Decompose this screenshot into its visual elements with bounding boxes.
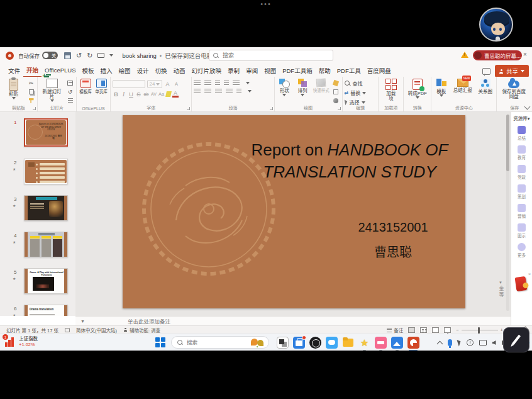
tab-template[interactable]: 模板 — [79, 64, 97, 77]
replace-button[interactable]: ⇄替换 — [345, 89, 377, 96]
template-library-button[interactable]: 模板库 — [79, 79, 92, 104]
arrange-button[interactable]: 排列 — [294, 79, 311, 104]
addins-button[interactable]: 加载项 — [380, 79, 401, 104]
reset-button[interactable]: ↺ — [66, 89, 74, 96]
tab-insert[interactable]: 插入 — [97, 64, 116, 77]
sidebar-item-diagram[interactable]: 图示 — [511, 223, 532, 239]
tab-slideshow[interactable]: 幻灯片放映 — [189, 64, 225, 77]
current-slide[interactable]: Report on HANDBOOK OF TRANSLATION STUDY … — [123, 115, 465, 308]
slide-2-thumbnail[interactable] — [24, 159, 68, 184]
smartart-convert-button[interactable] — [248, 90, 252, 93]
relation-diagram-button[interactable]: 关系图 — [476, 79, 494, 104]
paragraph-dialog-launcher-icon[interactable] — [270, 107, 273, 110]
summary-report-button[interactable]: 总结汇报 — [451, 79, 474, 104]
slide-1-thumbnail[interactable]: Report on HANDBOOK OF TRANSLATION STUDY … — [24, 118, 68, 147]
font-color-button[interactable]: A — [172, 91, 179, 98]
notes-placeholder[interactable]: 单击此处添加备注 — [128, 317, 170, 325]
tab-baidu-netdisk[interactable]: 百度网盘 — [364, 64, 394, 77]
annotation-tool-overlay[interactable] — [503, 327, 529, 352]
share-button[interactable]: 共享 — [495, 65, 529, 77]
comments-icon[interactable] — [482, 68, 490, 75]
columns-button[interactable] — [236, 89, 241, 94]
font-dialog-launcher-icon[interactable] — [187, 107, 190, 110]
blue-app-icon[interactable] — [391, 337, 403, 349]
grow-font-button[interactable]: A — [164, 81, 171, 87]
shrink-font-button[interactable]: A — [173, 81, 180, 87]
powerpoint-taskbar-icon[interactable] — [407, 337, 419, 349]
speaker-tray-icon[interactable] — [492, 340, 496, 345]
participant-avatar[interactable] — [479, 8, 513, 42]
strikethrough-button[interactable]: ab — [143, 92, 150, 96]
font-name-box[interactable] — [113, 80, 145, 88]
shadow-button[interactable]: S — [135, 91, 142, 98]
start-button[interactable] — [155, 337, 166, 348]
sidebar-item-education[interactable]: 教育 — [511, 145, 532, 160]
sidebar-item-planning[interactable]: 策划 — [511, 184, 532, 200]
clock-tray-icon[interactable] — [467, 339, 474, 346]
text-direction-button[interactable] — [246, 82, 250, 84]
align-right-button[interactable] — [215, 89, 222, 94]
quick-styles-button[interactable]: 快速样式 — [313, 79, 330, 104]
side-vertical-tag[interactable]: ▼金等 — [497, 281, 504, 298]
microsoft-store-icon[interactable] — [293, 337, 305, 349]
save-icon[interactable] — [64, 52, 71, 59]
tab-record[interactable]: 录制 — [224, 64, 243, 77]
task-view-button[interactable] — [277, 337, 289, 349]
find-button[interactable]: 查找 — [345, 80, 377, 87]
numbering-button[interactable] — [204, 81, 211, 86]
tab-file[interactable]: 文件 — [5, 64, 23, 77]
red-packet-icon[interactable] — [515, 276, 528, 291]
layout-button[interactable] — [66, 80, 74, 87]
meeting-menu-dots[interactable]: ••• — [0, 0, 532, 8]
slide-title[interactable]: Report on HANDBOOK OF TRANSLATION STUDY — [239, 139, 460, 183]
slide-5-thumbnail[interactable]: Game: A Play with International Function… — [24, 268, 68, 294]
shape-effects-button[interactable] — [332, 97, 340, 104]
bold-button[interactable]: B — [113, 91, 119, 98]
align-center-button[interactable] — [204, 89, 211, 94]
search-input[interactable] — [221, 52, 329, 59]
notes-toggle-button[interactable]: 备注 — [387, 327, 403, 334]
tab-view[interactable]: 视图 — [261, 64, 279, 77]
align-left-button[interactable] — [194, 89, 201, 94]
microphone-tray-icon[interactable] — [448, 339, 452, 346]
display-settings-icon[interactable] — [65, 328, 70, 332]
page-library-button[interactable]: 单页库 — [94, 79, 108, 104]
decrease-indent-button[interactable] — [215, 81, 220, 86]
sidebar-item-summary[interactable]: 总结 — [511, 126, 532, 141]
shape-outline-button[interactable] — [332, 89, 340, 96]
office-search-box[interactable] — [209, 50, 333, 61]
chat-app-icon[interactable] — [326, 337, 338, 349]
drawing-dialog-launcher-icon[interactable] — [338, 107, 341, 110]
taskbar-search-box[interactable] — [171, 336, 269, 349]
shapes-button[interactable]: 形状 — [277, 79, 293, 104]
zoom-slider-thumb[interactable] — [478, 327, 480, 334]
resource-sidebar-header[interactable]: 资源库▾ — [511, 115, 532, 121]
sidebar-item-party[interactable]: 党政 — [511, 165, 532, 180]
tab-pdf-toolbox[interactable]: PDF工具箱 — [279, 64, 316, 77]
redpacket-close-icon[interactable]: × — [528, 272, 531, 276]
sidebar-item-marketing[interactable]: 营销 — [511, 204, 532, 219]
notes-pane[interactable]: ▼ 单击此处添加备注 — [75, 316, 511, 325]
pen-cursor-tray-icon[interactable] — [457, 339, 462, 346]
section-button[interactable] — [66, 97, 74, 104]
language-status[interactable]: 简体中文(中国大陆) — [76, 327, 117, 334]
clipboard-dialog-launcher-icon[interactable] — [33, 107, 36, 110]
undo-icon[interactable]: ↺ — [76, 52, 82, 60]
normal-view-button[interactable] — [408, 327, 415, 333]
canvas-scrollbar[interactable] — [506, 115, 509, 311]
char-spacing-button[interactable]: AV — [150, 92, 157, 96]
pink-app-icon[interactable] — [375, 337, 387, 349]
notes-collapse-icon[interactable]: ▼ — [80, 319, 85, 323]
autosave-toggle[interactable]: 关 — [42, 52, 58, 59]
format-painter-button[interactable] — [27, 97, 35, 104]
hidden-icons-chevron[interactable] — [436, 340, 443, 347]
tab-draw[interactable]: 绘图 — [116, 64, 134, 77]
tab-animations[interactable]: 动画 — [170, 64, 189, 77]
justify-button[interactable] — [226, 89, 233, 94]
line-spacing-button[interactable] — [233, 81, 240, 86]
redo-icon[interactable]: ↻ — [87, 52, 92, 60]
slide-sorter-view-button[interactable] — [420, 327, 427, 333]
font-size-box[interactable]: 24 — [147, 80, 162, 88]
resource-template-button[interactable]: 模板 — [433, 79, 449, 104]
share-close-icon[interactable]: × — [523, 52, 527, 58]
